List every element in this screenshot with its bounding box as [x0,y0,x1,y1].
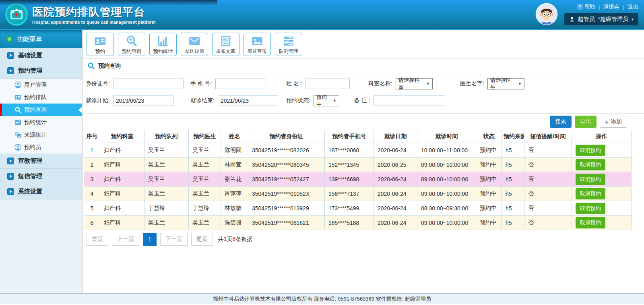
image-icon [250,35,264,48]
table-cell: h5 [502,158,524,172]
table-cell: 丁慧玲 [189,201,221,216]
logout-link[interactable]: 退出 [628,3,638,10]
toolbar-button-queue-management[interactable]: 队列管理 [275,33,302,56]
phone-number-input[interactable] [215,79,266,89]
toolbar-button-appointment-query[interactable]: 预约查询 [118,33,145,56]
table-cell: h5 [502,143,524,158]
cancel-appointment-button[interactable]: 取消预约 [576,203,605,214]
sidebar-item-appointment-clerk[interactable]: 预约员 [0,141,82,154]
collapsed-arrow-icon [7,52,14,59]
toolbar-button-publish-article[interactable]: 发布文章 [212,33,239,56]
id-card-number-input[interactable] [113,79,184,89]
table-action-cell: 取消预约 [572,158,632,172]
appointment-status-select[interactable]: 预约中▼ [314,95,339,106]
remarks-input[interactable] [374,95,445,106]
table-cell: 吴玉兰 [189,143,221,158]
cancel-appointment-button[interactable]: 取消预约 [576,159,605,170]
table-cell: 预约中 [476,201,502,216]
toolbar-button-appointment[interactable]: 预约 [87,33,114,56]
table-cell: h5 [502,201,524,216]
toolbar-button-send-sms[interactable]: 发送短信 [181,33,208,56]
cancel-appointment-button[interactable]: 取消预约 [576,217,605,228]
doctor-field-group: 医生名字:请选择医生▼ [460,78,524,89]
table-cell: 2020-06-24 [374,187,417,201]
patient-name-input[interactable] [305,79,350,89]
table-cell: 3 [84,172,100,187]
envelope-icon [188,35,201,48]
pagination: 首页上一页1下一页尾页 共1页6条数据 [83,233,644,246]
source-stats-icon [14,131,21,138]
sidebar-item-source-stats[interactable]: 来源统计 [0,129,82,141]
table-cell: 林敏敏 [221,201,248,216]
sidebar-item-sms-management[interactable]: 短信管理 [0,169,82,184]
collapsed-arrow-icon [7,158,14,164]
table-cell: 否 [524,187,572,201]
sidebar-item-label: 来源统计 [24,131,47,139]
table-cell: 预约中 [476,158,502,172]
table-cell: 否 [524,172,572,187]
sidebar-item-label: 用户管理 [24,81,47,89]
last-page-button[interactable]: 尾页 [191,233,213,246]
sidebar-item-label: 预约管理 [18,67,42,75]
table-cell: 丁慧玲 [144,201,189,216]
visit-start-input[interactable] [113,95,173,106]
department-select[interactable]: 请选择科室▼ [396,78,433,89]
cancel-appointment-button[interactable]: 取消预约 [576,145,605,156]
table-cell: 2020-06-24 [374,201,417,216]
toolbar-button-image-promotion[interactable]: 图片宣传 [244,33,271,56]
table-cell: 吴玉兰 [144,172,189,187]
table-cell: 妇产科 [100,158,144,172]
cancel-appointment-button[interactable]: 取消预约 [576,174,605,185]
table-cell: 预约中 [476,216,502,230]
sidebar-item-system-settings[interactable]: 系统设置 [0,184,82,199]
table-cell: h5 [502,216,524,230]
prev-page-button[interactable]: 上一页 [112,233,139,246]
table-cell: 4 [84,187,100,201]
sidebar-item-education-management[interactable]: 宣教管理 [0,154,82,169]
visit-end-input[interactable] [218,95,278,106]
line-chart-icon [14,119,21,126]
sidebar-item-appointment-queue[interactable]: 预约排队 [0,91,82,104]
first-page-button[interactable]: 首页 [87,233,108,246]
sidebar-item-label: 预约员 [24,144,41,151]
column-header: 就诊时间 [417,130,476,143]
search-button[interactable]: 搜索 [550,116,572,128]
column-header: 预约科室 [100,130,144,143]
table-cell: 173****5499 [325,201,374,216]
toolbar-button-appointment-stats[interactable]: 预约统计 [149,33,177,56]
next-page-button[interactable]: 下一页 [160,233,188,246]
sidebar-item-user-management[interactable]: 用户管理 [0,79,82,91]
table-cell: 吴玉兰 [189,158,221,172]
doctor-selected-value: 请选择医生 [490,77,516,91]
cancel-appointment-button[interactable]: 取消预约 [576,188,605,199]
help-link[interactable]: ? 帮助 [577,3,595,10]
sidebar-item-appointment-query[interactable]: 预约查询 [0,104,82,116]
table-cell: 09:00:00~10:00:00 [417,172,476,187]
sidebar-item-label: 预约查询 [24,106,47,114]
table-cell: 预约中 [476,143,502,158]
sidebar-item-basic-settings[interactable]: 基础设置 [0,48,82,63]
export-button[interactable]: 导出 [575,116,597,128]
table-cell: 2020-06-24 [374,172,417,187]
queue-icon [282,35,295,48]
table-cell: 185****5188 [325,216,374,230]
total-pages: 1 [224,236,227,242]
expanded-arrow-icon [7,67,14,74]
department-selected-value: 请选择科室 [398,77,424,91]
sidebar-item-label: 宣教管理 [18,157,42,165]
page-1-button[interactable]: 1 [143,233,157,246]
table-cell: 否 [524,216,572,230]
clear-cache-link[interactable]: 清缓存 [604,3,619,10]
sidebar-item-appointment-management[interactable]: 预约管理 [0,63,82,79]
column-header: 就诊日期 [374,130,417,143]
sidebar-item-appointment-stats[interactable]: 预约统计 [0,116,82,129]
pagination-summary: 共1页6条数据 [218,236,253,243]
svg-text:?: ? [579,4,581,9]
add-button[interactable]: + 添加 [600,116,627,128]
doctor-select[interactable]: 请选择医生▼ [487,78,524,89]
visit-end-field-group: 就诊结束: [190,95,278,106]
page-subtitle: Hospital appointments to queue call mana… [32,20,156,25]
column-header: 预约者手机号 [325,130,374,143]
bar-chart-icon [156,35,170,48]
user-menu[interactable]: 超管员 *超级管理员 ▾ [564,13,638,25]
